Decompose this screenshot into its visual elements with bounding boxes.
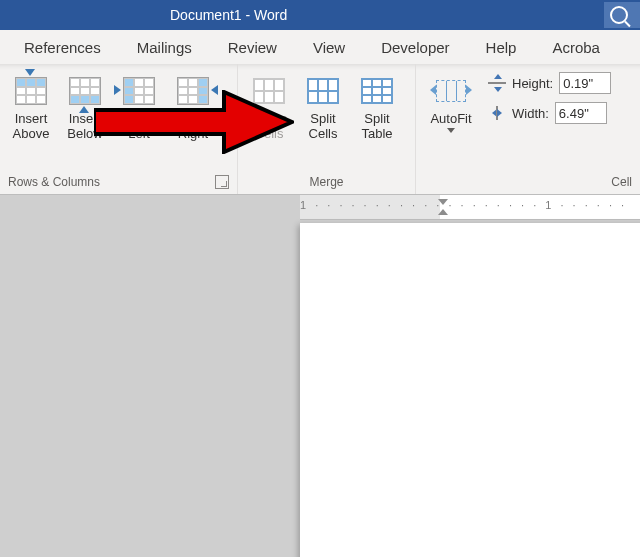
search-box[interactable] [604, 2, 640, 28]
page[interactable] [300, 223, 640, 557]
horizontal-ruler[interactable]: 1 · · · · · · · · · · · · · · · · · · · … [300, 195, 640, 220]
label-line2: Below [67, 127, 102, 142]
width-icon [488, 104, 506, 122]
group-label-rows-columns: Rows & Columns [8, 175, 100, 189]
label-line2: Cells [255, 127, 284, 142]
height-input[interactable] [559, 72, 611, 94]
split-cells-button[interactable]: Split Cells [296, 68, 350, 142]
tab-review[interactable]: Review [210, 30, 295, 64]
rows-columns-dialog-launcher[interactable] [215, 175, 229, 189]
insert-right-button[interactable]: Insert Right [166, 68, 220, 142]
label-line2: Left [128, 127, 150, 142]
ruler-marks: 1 · · · · · · · · · · · · · · · · · · · … [300, 199, 627, 211]
label-line1: Insert [15, 112, 48, 127]
group-rows-columns: Insert Above Insert Below [0, 64, 238, 194]
insert-below-icon [69, 77, 101, 105]
label-line1: Insert [123, 112, 156, 127]
label-line2: Right [178, 127, 208, 142]
insert-left-button[interactable]: Insert Left [112, 68, 166, 142]
width-label: Width: [512, 106, 549, 121]
label-line2: Table [361, 127, 392, 142]
autofit-icon [436, 80, 466, 102]
height-label: Height: [512, 76, 553, 91]
ribbon: Insert Above Insert Below [0, 64, 640, 195]
insert-below-button[interactable]: Insert Below [58, 68, 112, 142]
document-area: 1 · · · · · · · · · · · · · · · · · · · … [0, 195, 640, 557]
width-input[interactable] [555, 102, 607, 124]
split-table-icon [361, 78, 393, 104]
group-cell-size: AutoFit Height: Width: Cell [416, 64, 640, 194]
tab-mailings[interactable]: Mailings [119, 30, 210, 64]
insert-above-button[interactable]: Insert Above [4, 68, 58, 142]
label-line1: Merge [251, 112, 288, 127]
tab-developer[interactable]: Developer [363, 30, 467, 64]
merge-cells-icon [253, 78, 285, 104]
label-line1: Insert [69, 112, 102, 127]
ribbon-tabs: References Mailings Review View Develope… [0, 30, 640, 64]
label-line1: Split [310, 112, 335, 127]
label-line2: Cells [309, 127, 338, 142]
height-icon [488, 74, 506, 92]
autofit-button[interactable]: AutoFit [420, 68, 482, 133]
label-line1: Split [364, 112, 389, 127]
tab-view[interactable]: View [295, 30, 363, 64]
label-line1: Insert [177, 112, 210, 127]
merge-cells-button: Merge Cells [242, 68, 296, 142]
title-bar: Document1 - Word [0, 0, 640, 30]
label-line1: AutoFit [430, 112, 471, 127]
insert-above-icon [15, 77, 47, 105]
label-line2: Above [13, 127, 50, 142]
chevron-down-icon [447, 128, 455, 133]
insert-left-icon [123, 77, 155, 105]
search-icon [610, 6, 628, 24]
group-label-merge: Merge [309, 175, 343, 189]
group-merge: Merge Cells Split Cells [238, 64, 416, 194]
split-cells-icon [307, 78, 339, 104]
group-label-cell-size: Cell [611, 175, 632, 189]
tab-help[interactable]: Help [468, 30, 535, 64]
tab-references[interactable]: References [6, 30, 119, 64]
window-title: Document1 - Word [170, 7, 287, 23]
insert-right-icon [177, 77, 209, 105]
split-table-button[interactable]: Split Table [350, 68, 404, 142]
tab-acrobat[interactable]: Acroba [534, 30, 604, 64]
